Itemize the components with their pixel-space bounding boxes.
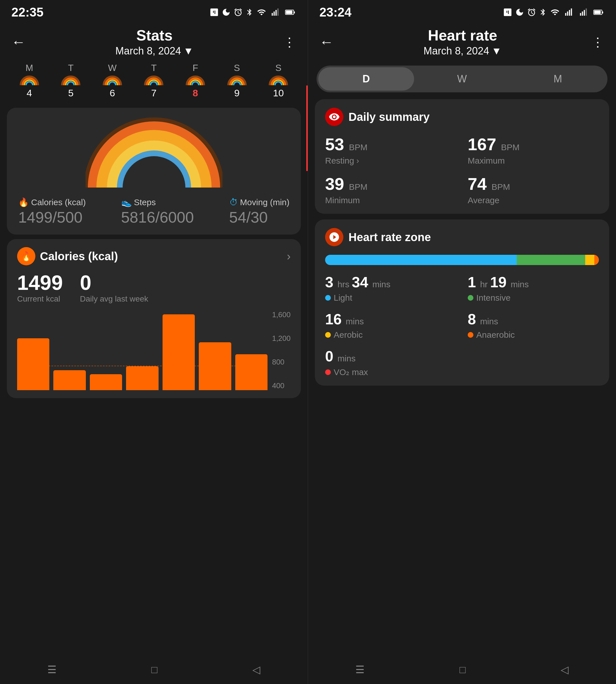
day-item-mon[interactable]: M 4 xyxy=(20,63,39,99)
intensive-zone: 1 hr 19 mins Intensive xyxy=(468,274,599,303)
red-line-indicator xyxy=(306,86,308,171)
header-date-right: March 8, 2024 ▼ xyxy=(334,45,592,57)
status-time-right: 23:24 xyxy=(320,5,352,19)
maximum-hr: 167 BPM Maximum xyxy=(468,135,599,165)
bar-1 xyxy=(17,338,49,390)
zone-intensive-bar xyxy=(517,255,585,265)
nav-menu-right[interactable]: ☰ xyxy=(344,659,376,680)
day-rainbow-thu xyxy=(144,75,163,85)
anaerobic-zone: 8 mins Anaerobic xyxy=(468,311,599,340)
day-item-wed[interactable]: W 6 xyxy=(103,63,122,99)
svg-rect-2 xyxy=(276,10,277,16)
status-icons-left xyxy=(210,8,296,17)
resting-arrow-icon: › xyxy=(356,156,359,165)
resting-hr: 53 BPM Resting › xyxy=(325,135,456,165)
bar-2 xyxy=(53,370,86,390)
calories-title-row: 🔥 Calories (kcal) xyxy=(17,247,118,265)
svg-rect-14 xyxy=(584,10,585,16)
status-icons-right xyxy=(503,8,604,17)
nav-menu-left[interactable]: ☰ xyxy=(36,659,68,680)
zone-grid: 3 hrs 34 mins Light 1 hr 19 mins xyxy=(325,274,599,377)
svg-rect-8 xyxy=(565,13,566,16)
bar-6 xyxy=(199,342,231,390)
stats-panel: 22:35 ← Stats March 8, 2024 ▼ xyxy=(0,0,308,684)
minimum-hr: 39 BPM Minimum xyxy=(325,174,456,205)
anaerobic-dot xyxy=(468,332,474,338)
vo2-dot xyxy=(325,369,331,375)
menu-button-right[interactable]: ⋮ xyxy=(592,35,604,49)
bottom-nav-left: ☰ □ ◁ xyxy=(0,656,308,684)
day-rainbow-sat xyxy=(227,75,247,85)
nav-back-right[interactable]: ◁ xyxy=(549,659,580,680)
svg-rect-6 xyxy=(286,10,292,14)
svg-rect-15 xyxy=(586,8,587,16)
current-calories: 1499 Current kcal xyxy=(17,271,63,303)
day-item-tue[interactable]: T 5 xyxy=(61,63,81,99)
header-center-left: Stats March 8, 2024 ▼ xyxy=(26,27,283,57)
tab-month[interactable]: M xyxy=(510,67,606,91)
bottom-nav-right: ☰ □ ◁ xyxy=(308,656,616,684)
steps-stat: 👟 Steps 5816/6000 xyxy=(121,197,194,226)
status-bar-left: 22:35 xyxy=(0,0,308,22)
svg-rect-0 xyxy=(272,13,273,16)
activity-rainbow: ↓ xyxy=(86,116,222,190)
zone-icon xyxy=(325,228,343,246)
svg-rect-9 xyxy=(567,12,568,16)
aerobic-dot xyxy=(325,332,331,338)
calories-stat: 🔥 Calories (kcal) 1499/500 xyxy=(18,197,86,226)
daily-summary-title: Daily summary xyxy=(349,111,430,123)
header-date-left: March 8, 2024 ▼ xyxy=(26,45,283,57)
page-title-right: Heart rate xyxy=(334,27,592,44)
day-item-thu[interactable]: T 7 xyxy=(144,63,163,99)
calories-section-title: Calories (kcal) xyxy=(40,250,118,263)
zone-aerobic-bar xyxy=(585,255,594,265)
menu-button-left[interactable]: ⋮ xyxy=(283,35,296,49)
moving-stat: ⏱ Moving (min) 54/30 xyxy=(229,198,289,226)
zone-header: Heart rate zone xyxy=(325,228,599,246)
header-center-right: Heart rate March 8, 2024 ▼ xyxy=(334,27,592,57)
daily-summary-icon xyxy=(325,108,343,126)
week-strip: M 4 T 5 W xyxy=(0,60,308,103)
svg-rect-5 xyxy=(294,12,295,14)
nav-home-right[interactable]: □ xyxy=(448,659,477,680)
bar-7 xyxy=(235,354,267,390)
back-button-left[interactable]: ← xyxy=(12,33,26,50)
day-rainbow-sun xyxy=(269,75,288,85)
nav-home-left[interactable]: □ xyxy=(140,659,169,680)
calories-arrow-icon: › xyxy=(287,250,291,263)
zone-title: Heart rate zone xyxy=(349,231,431,244)
calories-detail-card[interactable]: 🔥 Calories (kcal) › 1499 Current kcal 0 … xyxy=(7,239,301,398)
calories-icon: 🔥 xyxy=(17,247,35,265)
daily-summary-card[interactable]: Daily summary 53 BPM Resting › 167 BPM xyxy=(315,99,609,214)
day-item-sat[interactable]: S 9 xyxy=(227,63,247,99)
zone-progress-bar xyxy=(325,255,599,265)
average-hr: 74 BPM Average xyxy=(468,174,599,205)
daily-summary-header: Daily summary xyxy=(325,108,599,126)
day-rainbow-wed xyxy=(103,75,122,85)
status-time-left: 22:35 xyxy=(12,5,44,19)
heart-rate-panel: 23:24 ← Heart rate March 8, 2024 ▼ ⋮ D W… xyxy=(308,0,616,684)
page-title-left: Stats xyxy=(26,27,283,44)
svg-text:↓: ↓ xyxy=(209,166,213,175)
bpm-grid: 53 BPM Resting › 167 BPM Maximum xyxy=(325,135,599,205)
day-item-fri[interactable]: F 8 xyxy=(186,63,205,99)
nav-back-left[interactable]: ◁ xyxy=(241,659,272,680)
back-button-right[interactable]: ← xyxy=(320,33,334,50)
tab-week[interactable]: W xyxy=(414,67,510,91)
calories-chart: 1,600 1,200 800 400 xyxy=(17,310,291,390)
vo2-zone: 0 mins VO₂ max xyxy=(325,348,456,377)
day-rainbow-mon xyxy=(20,75,39,85)
heart-rate-zone-card[interactable]: Heart rate zone 3 hrs 34 mins Light xyxy=(315,220,609,386)
svg-rect-3 xyxy=(278,8,279,16)
zone-light-bar xyxy=(325,255,517,265)
activity-stats-row: 🔥 Calories (kcal) 1499/500 👟 Steps 5816/… xyxy=(18,197,289,226)
header-left: ← Stats March 8, 2024 ▼ ⋮ xyxy=(0,22,308,60)
activity-overview-card: ↓ 🔥 Calories (kcal) 1499/500 👟 Steps 5 xyxy=(7,108,301,234)
period-tab-bar: D W M xyxy=(316,66,608,92)
calories-numbers: 1499 Current kcal 0 Daily avg last week xyxy=(17,271,291,303)
svg-rect-1 xyxy=(273,12,274,16)
tab-day[interactable]: D xyxy=(318,67,414,91)
svg-rect-18 xyxy=(594,10,601,14)
day-rainbow-fri xyxy=(186,75,205,85)
day-item-sun[interactable]: S 10 xyxy=(269,63,288,99)
